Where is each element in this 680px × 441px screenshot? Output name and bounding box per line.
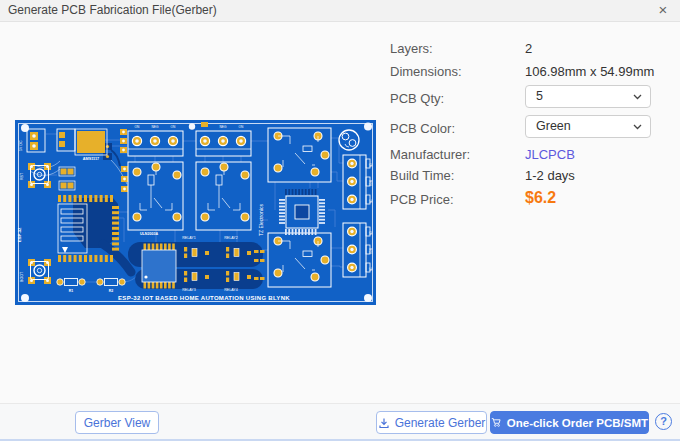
gerber-dialog: Generate PCB Fabrication File(Gerber) × (0, 0, 680, 441)
relay1-label: RELAY1 (182, 236, 196, 240)
chevron-down-icon (633, 124, 642, 130)
manufacturer-label: Manufacturer: (390, 147, 470, 162)
svg-text:COM: COM (369, 180, 373, 186)
svg-text:NO: NO (369, 163, 373, 167)
pcb-color-label: PCB Color: (390, 121, 455, 136)
pcb-color-value: Green (536, 119, 571, 133)
relay2-label: RELAY2 (224, 236, 238, 240)
r2-label: R2 (109, 289, 114, 293)
generate-gerber-button[interactable]: Generate Gerber (376, 411, 487, 434)
svg-text:ON: ON (135, 125, 140, 129)
pcb-color-select[interactable]: Green (525, 115, 651, 138)
close-icon[interactable]: × (654, 0, 672, 21)
manufacturer-link[interactable]: JLCPCB (525, 147, 575, 162)
esp32-label: ESP-32 (17, 227, 22, 242)
svg-text:NC: NC (369, 199, 373, 203)
svg-text:NO: NO (369, 231, 373, 235)
build-time-value: 1-2 days (525, 168, 575, 183)
dimensions-label: Dimensions: (390, 64, 462, 79)
pcb-preview: 5V DC AMS1117 (15, 120, 376, 305)
qfp-chip (279, 189, 325, 235)
svg-text:NC: NC (369, 267, 373, 271)
dialog-footer: Gerber View Generate Gerber One-click Or… (0, 403, 680, 439)
dialog-titlebar: Generate PCB Fabrication File(Gerber) × (0, 0, 680, 22)
help-icon[interactable]: ? (655, 413, 672, 430)
pcb-price: $6.2 (525, 189, 556, 207)
r1-label: R1 (69, 289, 74, 293)
boot-label: BOOT (20, 271, 24, 282)
layers-label: Layers: (390, 41, 433, 56)
rst-label: RST (20, 172, 24, 180)
pcb-price-label: PCB Price: (390, 192, 454, 207)
regulator-label: AMS1117 (83, 157, 99, 161)
driver-label: ULN2003A (140, 232, 158, 236)
layers-value: 2 (525, 41, 532, 56)
relay3-label: RELAY3 (182, 288, 196, 292)
svg-text:ON: ON (239, 125, 244, 129)
relay4-label: RELAY4 (224, 288, 238, 292)
gerber-view-button[interactable]: Gerber View (75, 411, 159, 434)
brand-label: TZ Electronics (258, 204, 264, 236)
svg-text:COM: COM (369, 248, 373, 254)
board-title: ESP-32 IOT BASED HOME AUTOMATION USING B… (118, 295, 290, 301)
svg-text:ON: ON (171, 125, 176, 129)
driver-ic-smd (142, 244, 176, 289)
order-pcb-button[interactable]: One-click Order PCB/SMT (490, 411, 649, 434)
svg-text:NEG: NEG (152, 125, 159, 129)
pcb-qty-value: 5 (536, 89, 543, 103)
build-time-label: Build Time: (390, 168, 454, 183)
power-label: 5V DC (19, 140, 23, 151)
dimensions-value: 106.98mm x 54.99mm (525, 64, 654, 79)
svg-text:NEG: NEG (220, 125, 227, 129)
dialog-title: Generate PCB Fabrication File(Gerber) (8, 0, 217, 21)
chevron-down-icon (633, 94, 642, 100)
cart-icon (491, 416, 502, 429)
download-icon (378, 417, 390, 429)
pcb-board-svg: 5V DC AMS1117 (15, 120, 376, 305)
pcb-qty-select[interactable]: 5 (525, 85, 651, 108)
pcb-qty-label: PCB Qty: (390, 91, 444, 106)
